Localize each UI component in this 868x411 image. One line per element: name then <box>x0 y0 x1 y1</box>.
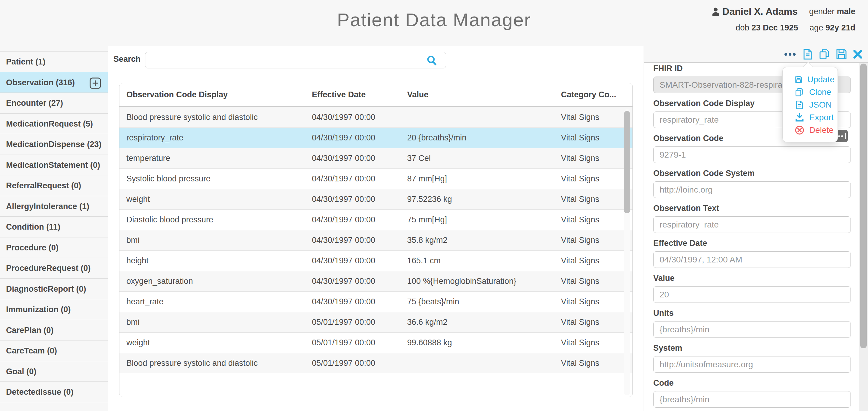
field-value: Value <box>653 274 851 303</box>
cell-value: 36.6 kg/m2 <box>407 318 561 327</box>
units-label: Units <box>653 309 851 318</box>
column-header-effective-date[interactable]: Effective Date <box>312 90 407 99</box>
table-row[interactable]: temperature 04/30/1997 00:00 37 Cel Vita… <box>119 148 632 168</box>
sidebar-item[interactable]: MedicationStatement (0) <box>0 155 108 175</box>
search-label: Search <box>114 55 141 64</box>
table-row[interactable]: bmi 05/01/1997 00:00 36.6 kg/m2 Vital Si… <box>119 312 632 332</box>
patient-dob: dob 23 Dec 1925 <box>736 23 798 33</box>
cell-effective-date: 04/30/1997 00:00 <box>312 174 407 183</box>
table-row[interactable]: Systolic blood pressure 04/30/1997 00:00… <box>119 168 632 189</box>
person-icon <box>710 6 721 17</box>
sidebar-item[interactable]: MedicationDispense (23) <box>0 134 108 155</box>
table-row[interactable]: heart_rate 04/30/1997 00:00 75 {beats}/m… <box>119 292 632 312</box>
cell-value: 20 {breaths}/min <box>407 133 561 142</box>
field-units: Units <box>653 309 851 338</box>
sidebar-item[interactable]: Patient (1) <box>0 51 108 72</box>
resource-sidebar: Patient (1) Observation (316) Encounter … <box>0 46 108 411</box>
main-content: Search Observation Code Display Effectiv… <box>108 46 644 411</box>
cell-effective-date: 05/01/1997 00:00 <box>312 358 407 368</box>
more-ellipsis-icon[interactable] <box>784 53 797 56</box>
cell-observation-code-display: weight <box>126 195 312 204</box>
sidebar-item[interactable]: Goal (0) <box>0 361 108 382</box>
panel-scrollbar-track[interactable] <box>859 63 868 411</box>
system-input[interactable] <box>653 356 851 373</box>
cell-value: 75 mm[Hg] <box>407 215 561 225</box>
close-icon[interactable] <box>852 49 863 60</box>
panel-scrollbar-thumb[interactable] <box>860 64 867 348</box>
table-scrollbar-thumb[interactable] <box>624 111 630 213</box>
table-row[interactable]: weight 04/30/1997 00:00 97.52236 kg Vita… <box>119 189 632 209</box>
sidebar-item-label: ProcedureRequest (0) <box>6 264 91 273</box>
menu-item-update[interactable]: Update <box>783 73 838 86</box>
menu-item-export[interactable]: Export <box>783 111 838 124</box>
cell-category-code: Vital Signs <box>561 133 632 142</box>
cell-value: 165.1 cm <box>407 256 561 266</box>
download-icon <box>795 113 804 122</box>
cell-effective-date: 04/30/1997 00:00 <box>312 154 407 163</box>
cell-effective-date: 04/30/1997 00:00 <box>312 277 407 286</box>
observation-text-input[interactable] <box>653 216 851 233</box>
sidebar-item[interactable]: Condition (11) <box>0 216 108 237</box>
table-row[interactable]: weight 05/01/1997 00:00 99.60888 kg Vita… <box>119 332 632 353</box>
table-row[interactable]: respiratory_rate 04/30/1997 00:00 20 {br… <box>119 128 632 148</box>
save-icon[interactable] <box>835 48 847 60</box>
table-row[interactable]: oxygen_saturation 04/30/1997 00:00 100 %… <box>119 271 632 292</box>
observation-code-system-label: Observation Code System <box>653 169 851 178</box>
sidebar-item-label: DiagnosticReport (0) <box>6 284 86 294</box>
resource-list: Patient (1) Observation (316) Encounter … <box>0 51 108 402</box>
code-label: Code <box>653 378 851 388</box>
json-document-icon[interactable] <box>802 48 814 60</box>
patient-name: Daniel X. Adams <box>722 6 798 17</box>
detail-toolbar <box>644 46 868 63</box>
table-row[interactable]: bmi 04/30/1997 00:00 35.8 kg/m2 Vital Si… <box>119 230 632 250</box>
code-input[interactable] <box>653 391 851 408</box>
cell-observation-code-display: oxygen_saturation <box>126 277 312 286</box>
effective-date-label: Effective Date <box>653 239 851 248</box>
value-input[interactable] <box>653 286 851 303</box>
sidebar-item[interactable]: Encounter (27) <box>0 93 108 113</box>
sidebar-item[interactable]: ProcedureRequest (0) <box>0 258 108 278</box>
cell-value: 75 {beats}/min <box>407 297 561 306</box>
search-input[interactable] <box>145 52 446 68</box>
units-input[interactable] <box>653 321 851 338</box>
menu-item-json[interactable]: JSON <box>783 99 838 111</box>
menu-item-clone[interactable]: Clone <box>783 86 838 99</box>
cell-category-code: Vital Signs <box>561 195 632 204</box>
sidebar-item[interactable]: MedicationRequest (5) <box>0 113 108 134</box>
sidebar-item[interactable]: ReferralRequest (0) <box>0 175 108 196</box>
value-label: Value <box>653 274 851 283</box>
column-header-value[interactable]: Value <box>407 90 561 99</box>
column-header-category-code[interactable]: Category Co... <box>561 90 632 99</box>
sidebar-item[interactable]: CarePlan (0) <box>0 320 108 341</box>
cell-observation-code-display: height <box>126 256 312 266</box>
menu-item-delete[interactable]: Delete <box>783 124 838 137</box>
column-header-observation-code-display[interactable]: Observation Code Display <box>126 90 312 99</box>
search-row: Search <box>108 46 644 74</box>
observation-code-input[interactable] <box>653 146 851 163</box>
cell-category-code: Vital Signs <box>561 174 632 183</box>
cell-effective-date: 04/30/1997 00:00 <box>312 215 407 225</box>
actions-menu: Update Clone JSON Export Delete <box>782 67 838 142</box>
cell-category-code: Vital Signs <box>561 338 632 347</box>
table-row[interactable]: Blood pressure systolic and diastolic 05… <box>119 353 632 373</box>
sidebar-item[interactable]: DetectedIssue (0) <box>0 381 108 402</box>
table-row[interactable]: height 04/30/1997 00:00 165.1 cm Vital S… <box>119 250 632 271</box>
table-row[interactable]: Diastolic blood pressure 04/30/1997 00:0… <box>119 209 632 230</box>
effective-date-input[interactable] <box>653 251 851 268</box>
sidebar-item[interactable]: Procedure (0) <box>0 237 108 258</box>
cell-observation-code-display: Blood pressure systolic and diastolic <box>126 113 312 122</box>
clone-icon[interactable] <box>818 48 831 60</box>
sidebar-item[interactable]: Observation (316) <box>0 72 108 93</box>
sidebar-item-label: Patient (1) <box>6 57 45 66</box>
sidebar-item[interactable]: AllergyIntolerance (1) <box>0 196 108 217</box>
table-row[interactable]: Blood pressure systolic and diastolic 04… <box>119 107 632 128</box>
cell-category-code: Vital Signs <box>561 277 632 286</box>
cell-observation-code-display: Blood pressure systolic and diastolic <box>126 358 312 368</box>
sidebar-item[interactable]: CareTeam (0) <box>0 340 108 361</box>
sidebar-item[interactable]: Immunization (0) <box>0 299 108 320</box>
cell-effective-date: 04/30/1997 00:00 <box>312 297 407 306</box>
cell-observation-code-display: Systolic blood pressure <box>126 174 312 183</box>
search-icon[interactable] <box>426 55 438 67</box>
observation-code-system-input[interactable] <box>653 181 851 198</box>
sidebar-item[interactable]: DiagnosticReport (0) <box>0 278 108 299</box>
